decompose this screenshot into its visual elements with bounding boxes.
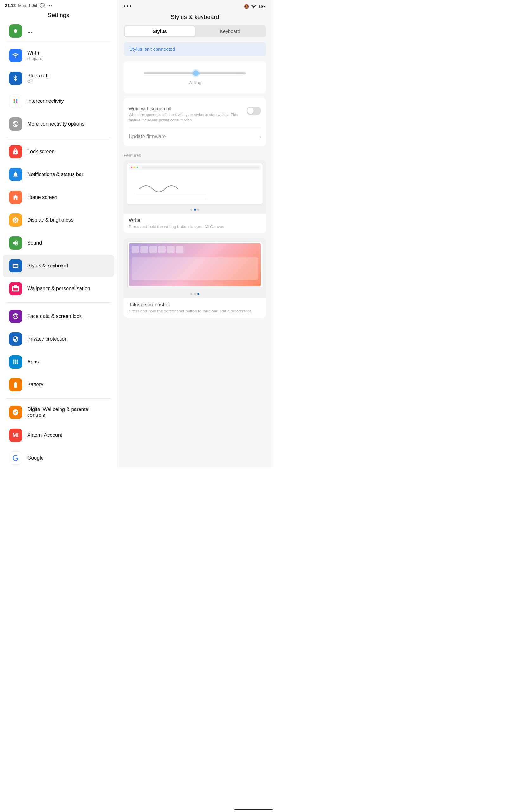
home-label: Home screen	[27, 194, 57, 200]
write-screen-off-toggle[interactable]	[246, 107, 261, 115]
screenshot-app-grid	[131, 246, 258, 253]
date-display: Mon, 1 Jul	[18, 3, 37, 8]
lock-icon	[9, 145, 22, 158]
preview-toolbar	[129, 165, 261, 170]
google-svg	[12, 455, 19, 461]
sidebar-item-interconnectivity[interactable]: Interconnectivity	[3, 90, 114, 112]
toolbar-dot-green	[136, 166, 138, 168]
battery-icon	[9, 378, 22, 392]
toolbar-address-bar	[142, 166, 259, 168]
wifi-text: Wi-Fi shepard	[27, 50, 42, 61]
sidebar-item-lock-screen[interactable]: Lock screen	[3, 141, 114, 163]
features-section-label: Features	[117, 150, 273, 160]
sidebar-item-sound[interactable]: Sound	[3, 232, 114, 254]
divider-2	[6, 302, 111, 303]
partial-text: …	[27, 28, 32, 34]
notif-svg	[12, 171, 19, 178]
sidebar-item-face-data[interactable]: Face data & screen lock	[3, 305, 114, 327]
privacy-svg	[12, 336, 19, 343]
tab-stylus[interactable]: Stylus	[124, 26, 195, 37]
settings-title: Settings	[0, 10, 117, 22]
screenshot-preview-frame	[127, 242, 262, 288]
silent-icon: 🔕	[244, 4, 249, 9]
sidebar-item-battery[interactable]: Battery	[3, 374, 114, 396]
svg-point-0	[14, 30, 17, 33]
stylus-mode-label: Writing	[188, 80, 201, 85]
lock-label: Lock screen	[27, 149, 55, 154]
privacy-text: Privacy protection	[27, 336, 67, 342]
sidebar-item-xiaomi[interactable]: MI Xiaomi Account	[3, 424, 114, 446]
sidebar-item-google[interactable]: Google	[3, 447, 114, 467]
status-bar: 21:12 Mon, 1 Jul 💬 •••	[0, 0, 117, 10]
tab-keyboard[interactable]: Keyboard	[195, 26, 265, 37]
wellbeing-label: Digital Wellbeing & parental controls	[27, 407, 108, 418]
screenshot-dot-3	[198, 293, 199, 295]
sidebar-item-privacy[interactable]: Privacy protection	[3, 328, 114, 350]
sidebar-item-notifications[interactable]: Notifications & status bar	[3, 163, 114, 186]
handwriting-svg	[133, 173, 210, 205]
settings-list: Wi-Fi shepard Bluetooth Off	[0, 44, 117, 467]
interconnect-label: Interconnectivity	[27, 98, 64, 104]
write-screen-off-row: Write with screen off When the screen is…	[129, 103, 261, 126]
preview-dot-1	[190, 209, 192, 211]
sidebar-item-bluetooth[interactable]: Bluetooth Off	[3, 67, 114, 90]
sound-label: Sound	[27, 240, 42, 246]
more-connect-label: More connectivity options	[27, 121, 84, 127]
notif-label: Notifications & status bar	[27, 171, 83, 177]
chevron-right-icon: ›	[259, 134, 261, 140]
write-feature-preview	[124, 160, 266, 214]
sound-icon	[9, 236, 22, 250]
sidebar-item-more-connectivity[interactable]: More connectivity options	[3, 113, 114, 135]
overflow-icon: •••	[47, 3, 52, 8]
write-feature-desc: Write Press and hold the writing button …	[124, 214, 266, 234]
sound-svg	[12, 240, 19, 247]
display-icon	[9, 213, 22, 227]
update-firmware-row[interactable]: Update firmware ›	[129, 129, 261, 141]
sidebar-item-display[interactable]: Display & brightness	[3, 209, 114, 231]
sidebar-item-home-screen[interactable]: Home screen	[3, 186, 114, 208]
tab-switcher: Stylus Keyboard	[124, 25, 266, 38]
whatsapp-icon: 💬	[40, 3, 45, 8]
apps-icon	[9, 355, 22, 368]
stylus-illustration-card: Writing	[124, 61, 266, 93]
privacy-icon	[9, 333, 22, 346]
screenshot-feature-card[interactable]: Take a screenshot Press and hold the scr…	[124, 238, 266, 318]
notif-text: Notifications & status bar	[27, 171, 83, 177]
notif-icon	[9, 168, 22, 181]
sidebar-item-wellbeing[interactable]: Digital Wellbeing & parental controls	[3, 401, 114, 423]
right-status-bar: ••• 🔕 39%	[117, 0, 273, 12]
write-screen-off-text: Write with screen off When the screen is…	[129, 106, 246, 123]
more-connect-text: More connectivity options	[27, 121, 84, 127]
menu-dots[interactable]: •••	[124, 3, 132, 10]
face-text: Face data & screen lock	[27, 313, 82, 319]
sound-text: Sound	[27, 240, 42, 246]
bluetooth-text: Bluetooth Off	[27, 73, 49, 84]
divider-top	[6, 42, 111, 42]
toolbar-dot-red	[131, 166, 132, 168]
write-subtitle: Press and hold the writing button to ope…	[129, 224, 261, 229]
write-feature-card[interactable]: Write Press and hold the writing button …	[124, 160, 266, 234]
home-icon	[9, 191, 22, 204]
xiaomi-mi-label: MI	[12, 432, 19, 439]
divider-3	[6, 398, 111, 399]
interconnect-text: Interconnectivity	[27, 98, 64, 104]
sidebar-item-apps[interactable]: Apps	[3, 351, 114, 373]
display-text: Display & brightness	[27, 217, 73, 223]
app-icon-6	[176, 246, 183, 253]
screenshot-preview	[124, 238, 266, 298]
bluetooth-icon	[9, 72, 22, 85]
screenshot-feature-desc: Take a screenshot Press and hold the scr…	[124, 298, 266, 318]
stylus-svg	[12, 262, 19, 269]
sidebar-item-wallpaper[interactable]: Wallpaper & personalisation	[3, 277, 114, 300]
battery-text: Battery	[27, 382, 43, 388]
write-title: Write	[129, 217, 261, 223]
right-status-icons: 🔕 39%	[244, 4, 266, 9]
sidebar-item-stylus-keyboard[interactable]: Stylus & keyboard	[3, 255, 114, 277]
sidebar-item-partial[interactable]: …	[3, 23, 114, 39]
app-icon-1	[131, 246, 139, 253]
more-connect-svg	[12, 120, 19, 128]
sidebar-item-wifi[interactable]: Wi-Fi shepard	[3, 44, 114, 67]
right-panel-title: Stylus & keyboard	[117, 12, 273, 25]
preview-dots	[190, 209, 199, 211]
write-preview-frame	[127, 163, 263, 204]
